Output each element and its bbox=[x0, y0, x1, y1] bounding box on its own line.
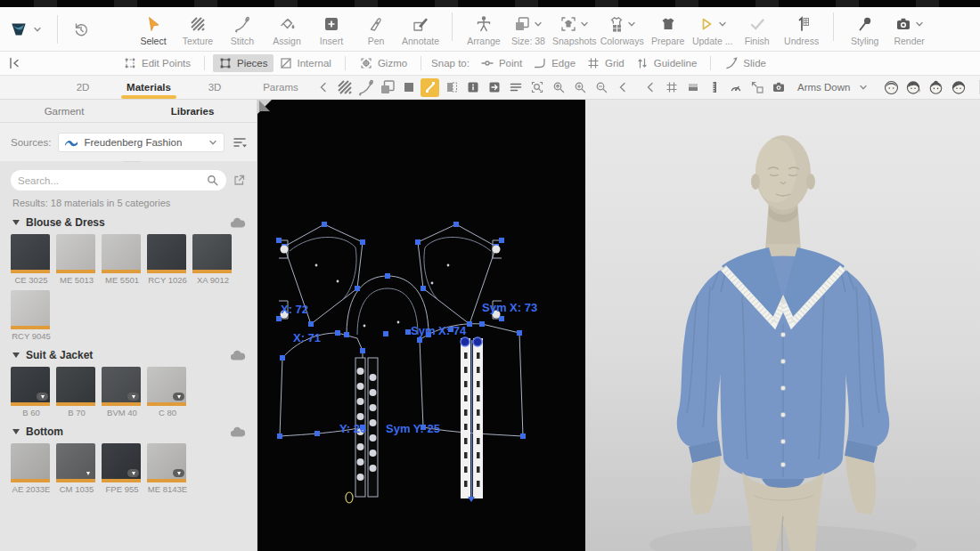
pose-dropdown[interactable]: Arms Down bbox=[797, 78, 872, 97]
edit-pieces[interactable]: Pieces bbox=[213, 54, 274, 72]
material-swatch-bvm-40[interactable]: BVM 40 bbox=[102, 367, 143, 417]
main-toolbar-items: SelectTextureStitchAssignInsertPenAnnota… bbox=[133, 12, 971, 46]
list-lines-icon[interactable] bbox=[506, 78, 525, 97]
tool-snapshots[interactable]: Snapshots bbox=[552, 12, 597, 46]
material-swatch-ae-2033e[interactable]: AE 2033E bbox=[11, 443, 52, 494]
fold-corner-icon bbox=[257, 100, 272, 114]
3d-avatar-viewport[interactable] bbox=[585, 100, 980, 551]
tool-styling[interactable]: Styling bbox=[845, 12, 886, 46]
stitch-icon[interactable] bbox=[356, 78, 375, 97]
cloud-icon[interactable] bbox=[230, 217, 246, 229]
gradient-square-icon[interactable] bbox=[683, 78, 702, 97]
tool-prepare[interactable]: Prepare bbox=[648, 12, 689, 46]
chevron-down-icon bbox=[853, 78, 872, 97]
material-swatch-b-70[interactable]: B 70 bbox=[56, 367, 97, 417]
material-swatch-b-60[interactable]: B 60 bbox=[11, 367, 52, 417]
avatar-2-icon[interactable] bbox=[904, 78, 923, 97]
material-swatch-rcy-9045[interactable]: RCY 9045 bbox=[11, 290, 52, 341]
avatar-4-icon[interactable] bbox=[949, 78, 968, 97]
section-header-suit-jacket[interactable]: Suit & Jacket bbox=[12, 349, 246, 361]
material-swatch-c-80[interactable]: C 80 bbox=[147, 367, 188, 417]
info-square-icon[interactable] bbox=[463, 78, 482, 97]
arrow-square-icon[interactable] bbox=[485, 78, 503, 97]
fill-square-icon[interactable] bbox=[399, 78, 418, 97]
tool-select[interactable]: Select bbox=[133, 12, 174, 46]
snap-guideline[interactable]: Guideline bbox=[630, 54, 703, 72]
avatar-1-icon[interactable] bbox=[882, 78, 901, 97]
external-link-icon[interactable] bbox=[233, 174, 246, 187]
material-swatch-ce-3025[interactable]: CE 3025 bbox=[11, 234, 52, 285]
tab-2d[interactable]: 2D bbox=[50, 76, 116, 99]
slide-tool[interactable]: Slide bbox=[719, 54, 772, 72]
tool-insert[interactable]: Insert bbox=[311, 12, 352, 46]
zoom-out-icon[interactable] bbox=[592, 78, 610, 97]
snap-grid[interactable]: Grid bbox=[581, 54, 630, 72]
sidebar-tab-libraries[interactable]: Libraries bbox=[128, 100, 257, 122]
piece-dashed-icon[interactable] bbox=[442, 78, 461, 97]
tool-texture[interactable]: Texture bbox=[177, 12, 218, 46]
search-box[interactable] bbox=[11, 170, 226, 190]
material-swatch-cm-1035[interactable]: CM 1035 bbox=[56, 443, 97, 494]
chevron-left-icon[interactable] bbox=[314, 78, 332, 97]
snap-point[interactable]: Point bbox=[475, 54, 527, 72]
tab-params[interactable]: Params bbox=[248, 76, 314, 99]
camera-outline-icon[interactable] bbox=[769, 78, 788, 97]
material-swatch-me-8143e[interactable]: ME 8143E bbox=[147, 443, 188, 494]
swatch-accent-strip bbox=[11, 479, 50, 482]
zoom-fit-icon[interactable] bbox=[527, 78, 546, 97]
gauge-icon[interactable] bbox=[726, 78, 745, 97]
seam-yellow-icon[interactable] bbox=[421, 78, 439, 97]
download-badge-icon bbox=[173, 393, 184, 401]
app-logo-button[interactable] bbox=[9, 20, 43, 39]
section-header-bottom[interactable]: Bottom bbox=[12, 425, 246, 438]
texture-icon[interactable] bbox=[335, 78, 354, 97]
material-swatch-rcy-1026[interactable]: RCY 1026 bbox=[147, 234, 188, 285]
divider bbox=[833, 12, 834, 41]
tool-stitch[interactable]: Stitch bbox=[222, 12, 263, 46]
resize-icon[interactable] bbox=[747, 78, 766, 97]
tool-annotate[interactable]: Annotate bbox=[400, 12, 441, 46]
pattern-pieces-canvas[interactable]: X: 72X: 71Sym X: 73Sym X: 74Y: 26Sym Y: … bbox=[257, 100, 585, 551]
search-input[interactable] bbox=[18, 175, 206, 186]
zoom-in-icon[interactable] bbox=[570, 78, 589, 97]
size-layers-icon[interactable] bbox=[378, 78, 396, 97]
chevron-left-icon[interactable] bbox=[641, 78, 659, 97]
material-swatch-me-5013[interactable]: ME 5013 bbox=[56, 234, 97, 285]
filter-list-icon[interactable] bbox=[232, 135, 248, 150]
collapse-left-icon[interactable] bbox=[7, 56, 21, 70]
2d-pattern-viewport[interactable]: X: 72X: 71Sym X: 73Sym X: 74Y: 26Sym Y: … bbox=[257, 100, 585, 551]
tool-update[interactable]: Update ... bbox=[692, 12, 733, 46]
ruler-icon[interactable] bbox=[705, 78, 723, 97]
material-swatch-xa-9012[interactable]: XA 9012 bbox=[192, 234, 233, 285]
tool-colorways[interactable]: Colorways bbox=[600, 12, 644, 46]
edit-label: Internal bbox=[298, 58, 331, 69]
swatch-accent-strip bbox=[56, 402, 95, 406]
material-swatch-me-5501[interactable]: ME 5501 bbox=[102, 234, 143, 285]
tool-size-38[interactable]: Size: 38 bbox=[508, 12, 549, 46]
tool-arrange[interactable]: Arrange bbox=[463, 12, 504, 46]
edit-gizmo[interactable]: Gizmo bbox=[354, 54, 412, 72]
tool-pen[interactable]: Pen bbox=[355, 12, 396, 46]
sidebar-tab-garment[interactable]: Garment bbox=[0, 100, 128, 122]
tool-icon-row bbox=[233, 14, 251, 34]
tool-render[interactable]: Render bbox=[889, 12, 930, 46]
zoom-reset-icon[interactable] bbox=[549, 78, 568, 97]
magnifier-icon[interactable] bbox=[206, 174, 219, 187]
tab-materials[interactable]: Materials bbox=[116, 76, 182, 99]
snap-edge[interactable]: Edge bbox=[527, 54, 581, 72]
avatar-3-icon[interactable] bbox=[927, 78, 945, 97]
tab-3d[interactable]: 3D bbox=[182, 76, 248, 99]
cloud-icon[interactable] bbox=[230, 426, 246, 438]
edit-internal[interactable]: Internal bbox=[274, 54, 337, 72]
tool-finish[interactable]: Finish bbox=[737, 12, 778, 46]
chevron-left-icon[interactable] bbox=[613, 78, 632, 97]
cloud-icon[interactable] bbox=[230, 350, 246, 361]
sources-dropdown[interactable]: Freudenberg Fashion bbox=[58, 133, 225, 152]
material-swatch-fpe-955[interactable]: FPE 955 bbox=[102, 443, 143, 494]
tool-assign[interactable]: Assign bbox=[266, 12, 307, 46]
history-icon[interactable] bbox=[72, 20, 90, 38]
grid-icon[interactable] bbox=[662, 78, 681, 97]
edit-edit-points[interactable]: Edit Points bbox=[118, 54, 196, 72]
section-header-blouse-dress[interactable]: Blouse & Dress bbox=[12, 216, 246, 229]
tool-undress[interactable]: Undress bbox=[781, 12, 822, 46]
